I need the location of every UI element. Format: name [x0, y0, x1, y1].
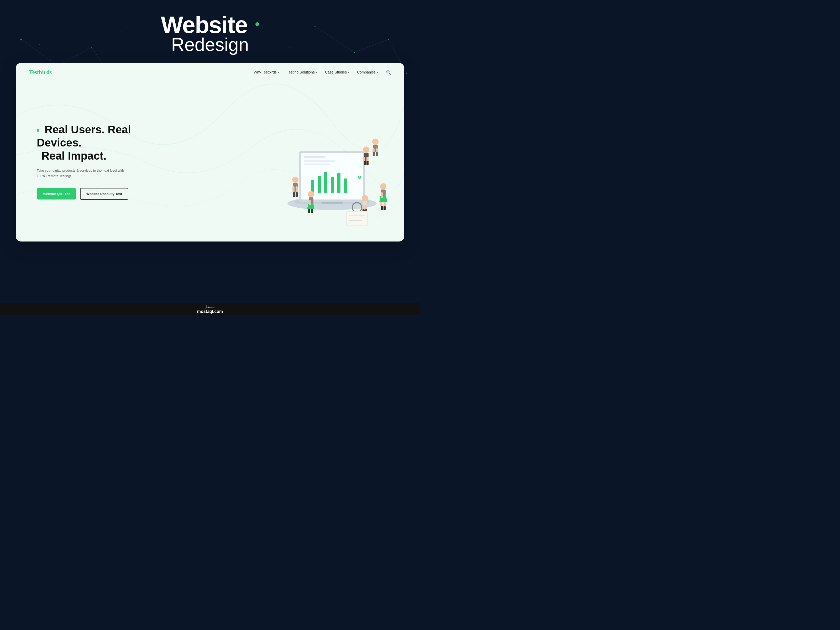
title-area: Website Redesign — [0, 0, 420, 63]
svg-rect-91 — [309, 200, 311, 205]
svg-rect-81 — [381, 202, 382, 207]
footer-logo-arabic: مستقل — [197, 305, 223, 309]
svg-rect-51 — [331, 177, 334, 193]
nav-item-case-studies[interactable]: Case Studies ▾ — [325, 70, 349, 74]
hero-title: Real Users. Real Devices. Real Impact. — [37, 123, 168, 163]
main-title: Website — [0, 13, 420, 37]
svg-rect-71 — [376, 152, 378, 156]
chevron-down-icon: ▾ — [316, 71, 317, 74]
svg-rect-55 — [304, 160, 335, 162]
svg-rect-53 — [344, 178, 347, 193]
cta-buttons: Website QA Test Website Usability Test — [37, 188, 168, 200]
chevron-down-icon: ▾ — [377, 71, 378, 74]
svg-rect-49 — [317, 176, 321, 193]
svg-rect-100 — [346, 211, 368, 226]
nav-label: Testing Solutions — [287, 70, 315, 74]
website-usability-test-button[interactable]: Website Usability Test — [80, 188, 129, 200]
svg-rect-77 — [295, 192, 298, 197]
nav-label: Companies — [357, 70, 376, 74]
svg-point-78 — [380, 183, 387, 189]
svg-rect-70 — [373, 152, 375, 156]
svg-rect-48 — [311, 180, 314, 193]
title-dot — [256, 22, 259, 26]
svg-marker-88 — [307, 204, 314, 209]
nav-item-why-testbirds[interactable]: Why Testbirds ▾ — [254, 70, 279, 74]
svg-rect-76 — [293, 192, 295, 197]
logo-text: Testbirds — [29, 69, 52, 75]
svg-rect-75 — [295, 186, 298, 192]
svg-point-58 — [359, 177, 360, 178]
svg-point-92 — [362, 195, 368, 201]
website-qa-test-button[interactable]: Website QA Test — [37, 188, 76, 199]
svg-rect-89 — [308, 209, 310, 213]
svg-rect-64 — [364, 161, 366, 165]
svg-point-60 — [363, 147, 369, 153]
svg-rect-84 — [384, 206, 385, 210]
nav-item-companies[interactable]: Companies ▾ — [357, 70, 378, 74]
footer-url: mostaql.com — [197, 309, 223, 314]
hero-content: Real Users. Real Devices. Real Impact. T… — [37, 123, 168, 200]
svg-point-25 — [406, 73, 407, 74]
chevron-down-icon: ▾ — [348, 71, 349, 74]
bottom-bar: مستقل mostaql.com — [0, 303, 420, 315]
svg-point-66 — [372, 139, 379, 145]
hero-section: Real Users. Real Devices. Real Impact. T… — [16, 81, 404, 242]
svg-point-72 — [292, 177, 298, 183]
nav-search[interactable]: 🔍 — [386, 70, 391, 75]
svg-rect-56 — [304, 164, 330, 165]
svg-rect-65 — [366, 161, 369, 165]
chevron-down-icon: ▾ — [278, 71, 279, 74]
svg-rect-82 — [384, 202, 385, 207]
svg-rect-59 — [322, 202, 343, 204]
svg-point-86 — [308, 191, 314, 197]
svg-rect-54 — [304, 156, 325, 158]
svg-rect-52 — [337, 173, 341, 193]
svg-rect-50 — [324, 172, 327, 193]
green-dot — [37, 129, 39, 132]
sub-title: Redesign — [0, 34, 420, 55]
nav-links: Why Testbirds ▾ Testing Solutions ▾ Case… — [254, 70, 391, 75]
search-icon: 🔍 — [386, 70, 391, 75]
nav-item-testing-solutions[interactable]: Testing Solutions ▾ — [287, 70, 317, 74]
svg-rect-83 — [381, 206, 383, 210]
website-card: Testbirds Why Testbirds ▾ Testing Soluti… — [16, 63, 404, 242]
hero-subtitle: Take your digital products & services to… — [37, 168, 126, 179]
hero-illustration — [168, 92, 391, 231]
laptop-scene — [265, 98, 391, 224]
svg-rect-85 — [381, 193, 383, 198]
nav-label: Why Testbirds — [254, 70, 277, 74]
logo: Testbirds — [29, 69, 52, 76]
svg-rect-90 — [311, 209, 313, 213]
svg-rect-74 — [292, 186, 295, 192]
bottom-bar-content: مستقل mostaql.com — [197, 305, 223, 314]
svg-marker-80 — [379, 196, 387, 202]
nav-label: Case Studies — [325, 70, 347, 74]
navbar: Testbirds Why Testbirds ▾ Testing Soluti… — [16, 63, 404, 81]
